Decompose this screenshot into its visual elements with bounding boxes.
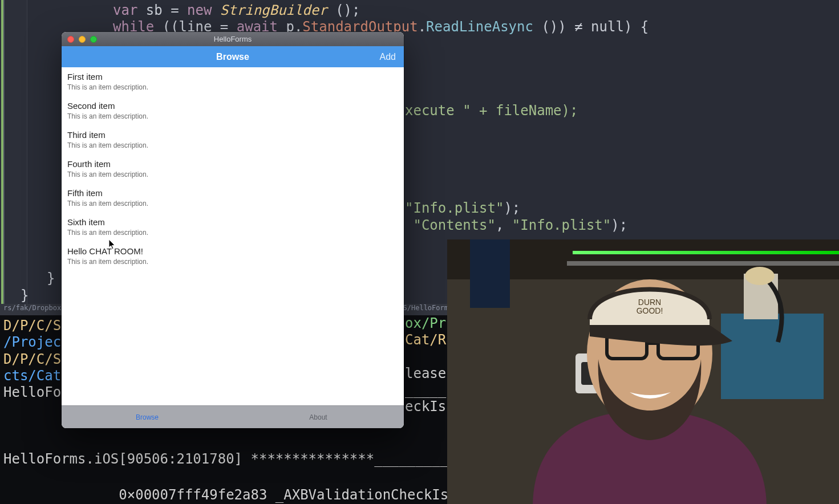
output-line: 0×00007fff49fe2a83 _AXBValidationCheckIs xyxy=(3,486,451,504)
list-item-title: Sixth item xyxy=(67,217,398,227)
list-item-title: First item xyxy=(67,72,398,82)
terminal-output: HelloForms.iOS[90506:2101780] **********… xyxy=(0,450,451,504)
list-item-desc: This is an item description. xyxy=(67,170,398,178)
nav-title: Browse xyxy=(216,52,249,62)
item-list[interactable]: First item This is an item description. … xyxy=(62,67,404,405)
svg-rect-2 xyxy=(567,261,839,266)
list-item-desc: This is an item description. xyxy=(67,200,398,208)
list-item-desc: This is an item description. xyxy=(67,112,398,120)
code-fragment-right: xecute " + fileName); "Info.plist"); "Co… xyxy=(405,103,839,234)
app-window: HelloForms Browse Add First item This is… xyxy=(62,32,404,428)
list-item-desc: This is an item description. xyxy=(67,229,398,237)
titlebar[interactable]: HelloForms xyxy=(62,32,404,46)
breadcrumb-segment: rs/fak/Dropbox/P xyxy=(3,304,70,312)
list-item[interactable]: Fourth item This is an item description. xyxy=(62,155,404,184)
list-item-title: Fifth item xyxy=(67,188,398,198)
code-block: var sb = new StringBuilder (); while ((l… xyxy=(27,2,839,36)
list-item-title: Second item xyxy=(67,101,398,111)
tab-browse[interactable]: Browse xyxy=(62,406,233,428)
terminal-fragment: ox/Pr Cat/R lease, _____ eckIs xyxy=(405,315,451,416)
output-line: HelloForms.iOS[90506:2101780] **********… xyxy=(3,450,451,468)
webcam-overlay: DURN GOOD! xyxy=(447,239,839,504)
svg-rect-4 xyxy=(573,251,839,254)
list-item[interactable]: Sixth item This is an item description. xyxy=(62,213,404,242)
window-title: HelloForms xyxy=(62,35,404,43)
add-button[interactable]: Add xyxy=(380,52,396,62)
traffic-lights xyxy=(67,36,97,43)
list-item[interactable]: Fifth item This is an item description. xyxy=(62,184,404,213)
tab-bar: Browse About xyxy=(62,405,404,428)
list-item[interactable]: First item This is an item description. xyxy=(62,67,404,96)
nav-bar: Browse Add xyxy=(62,46,404,67)
breadcrumb-segment: OS/HelloForm xyxy=(399,304,448,312)
svg-rect-7 xyxy=(721,314,824,399)
list-item[interactable]: Hello CHAT ROOM! This is an item descrip… xyxy=(62,242,404,271)
list-item-desc: This is an item description. xyxy=(67,258,398,266)
tab-about[interactable]: About xyxy=(233,406,404,428)
maximize-icon[interactable] xyxy=(90,36,97,43)
gutter-change-marker xyxy=(1,0,3,308)
list-item-desc: This is an item description. xyxy=(67,141,398,149)
code-brace: } xyxy=(21,287,29,303)
list-item[interactable]: Second item This is an item description. xyxy=(62,96,404,125)
close-icon[interactable] xyxy=(67,36,74,43)
list-item[interactable]: Third item This is an item description. xyxy=(62,125,404,155)
list-item-title: Fourth item xyxy=(67,159,398,169)
svg-text:DURN: DURN xyxy=(638,298,661,307)
code-line-1: var sb = new StringBuilder (); xyxy=(113,2,839,19)
list-item-desc: This is an item description. xyxy=(67,83,398,91)
minimize-icon[interactable] xyxy=(79,36,86,43)
svg-point-10 xyxy=(745,267,775,285)
list-item-title: Hello CHAT ROOM! xyxy=(67,246,398,256)
code-brace: } xyxy=(47,270,55,286)
list-item-title: Third item xyxy=(67,130,398,140)
svg-rect-9 xyxy=(470,239,510,308)
svg-text:GOOD!: GOOD! xyxy=(637,306,663,315)
